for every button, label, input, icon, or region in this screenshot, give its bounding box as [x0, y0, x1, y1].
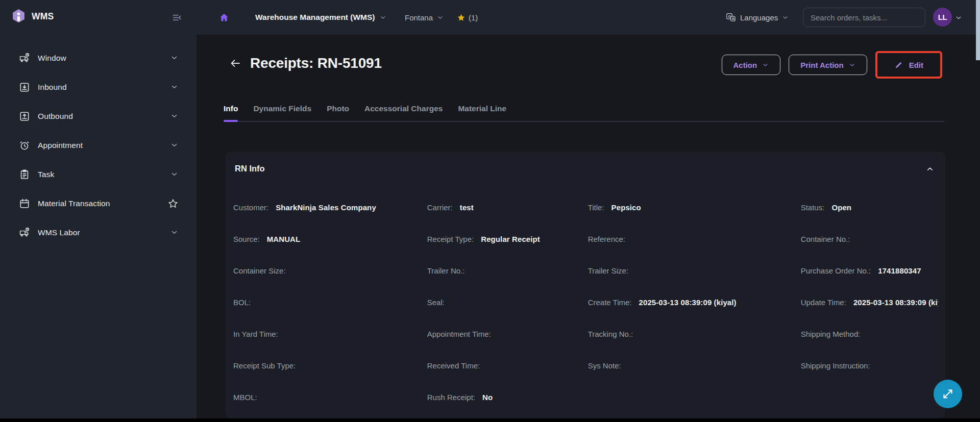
sidebar: Window Inbound Outbound Appointment Task… — [0, 35, 197, 422]
chevron-down-icon[interactable] — [170, 83, 178, 91]
expand-icon — [942, 388, 954, 400]
svg-text:A: A — [732, 16, 735, 21]
rn-info-card: RN Info Customer: SharkNinja Sales Compa… — [226, 152, 945, 418]
site-label: Fontana — [405, 13, 433, 22]
workspace-label: Warehouse Management (WMS) — [255, 13, 375, 22]
scrollbar-thumb[interactable] — [976, 0, 980, 60]
outbound-icon — [19, 111, 30, 122]
inbound-icon — [19, 82, 30, 93]
translate-icon: GA — [726, 12, 736, 22]
field-create-time: Create Time: 2025-03-13 08:39:09 (kiyal) — [588, 286, 801, 318]
card-header: RN Info — [226, 152, 945, 173]
field-trailer-no: Trailer No.: — [427, 255, 588, 286]
field-seal: Seal: — [427, 286, 588, 318]
favorite-star-icon — [457, 13, 465, 22]
favorites-count: (1) — [469, 13, 478, 22]
tab-dynamic-fields[interactable]: Dynamic Fields — [253, 104, 311, 121]
languages-selector[interactable]: GA Languages — [726, 0, 789, 35]
wms-logo-icon — [11, 8, 26, 25]
favorite-star-icon[interactable] — [168, 198, 178, 209]
site-selector[interactable]: Fontana — [405, 0, 444, 35]
edit-button-label: Edit — [909, 61, 923, 69]
field-source: Source: MANUAL — [233, 223, 427, 255]
sidebar-item-outbound[interactable]: Outbound — [0, 102, 197, 131]
field-shipping-method: Shipping Method: — [801, 318, 938, 350]
field-container-no: Container No.: — [801, 223, 938, 255]
field-sys-note: Sys Note: — [588, 350, 801, 381]
print-action-button-label: Print Action — [800, 61, 843, 69]
favorites[interactable]: (1) — [457, 0, 478, 35]
collapse-card-icon[interactable] — [926, 165, 934, 173]
chevron-down-icon — [849, 62, 855, 68]
alarm-clock-icon — [19, 140, 30, 151]
sidebar-item-wms-labor[interactable]: WMS Labor — [0, 218, 197, 247]
truck-clock-icon — [19, 53, 30, 64]
field-in-yard-time: In Yard Time: — [233, 318, 427, 350]
chevron-down-icon — [380, 14, 386, 21]
clipboard-icon — [19, 169, 30, 180]
chevron-down-icon[interactable] — [170, 170, 178, 178]
print-action-button[interactable]: Print Action — [789, 55, 867, 75]
field-update-time: Update Time: 2025-03-13 08:39:09 (kiyal) — [801, 286, 938, 318]
page-header: Receipts: RN-51091 — [229, 55, 382, 71]
field-appointment-time: Appointment Time: — [427, 318, 588, 350]
app-logo-text: WMS — [32, 11, 54, 22]
field-customer: Customer: SharkNinja Sales Company — [233, 191, 427, 223]
chevron-down-icon[interactable] — [170, 112, 178, 120]
chevron-down-icon — [762, 62, 769, 68]
bottom-strip — [0, 418, 980, 422]
chevron-down-icon[interactable] — [170, 54, 178, 62]
field-grid: Customer: SharkNinja Sales Company Carri… — [226, 191, 945, 413]
field-purchase-order-no: Purchase Order No.: 1741880347 — [801, 255, 938, 286]
sidebar-item-material-transaction[interactable]: Material Transaction — [0, 189, 197, 218]
main-content: Receipts: RN-51091 Action Print Action E… — [197, 35, 980, 422]
card-title: RN Info — [235, 164, 265, 173]
field-rush-receipt: Rush Receipt: No — [427, 381, 588, 413]
field-container-size: Container Size: — [233, 255, 427, 286]
tab-material-line[interactable]: Material Line — [458, 104, 506, 121]
home-icon[interactable] — [219, 12, 229, 22]
field-receipt-sub-type: Receipt Sub Type: — [233, 350, 427, 381]
sidebar-item-appointment[interactable]: Appointment — [0, 131, 197, 160]
tab-info[interactable]: Info — [224, 104, 238, 121]
search-input[interactable] — [803, 8, 925, 27]
app-logo: WMS — [11, 8, 54, 25]
page-title: Receipts: RN-51091 — [250, 55, 382, 71]
page-actions: Action Print Action Edit — [722, 51, 942, 79]
sidebar-item-task[interactable]: Task — [0, 160, 197, 189]
avatar[interactable]: LL — [933, 8, 952, 27]
back-button[interactable] — [229, 57, 241, 69]
chevron-down-icon[interactable] — [955, 14, 962, 21]
edit-button[interactable]: Edit — [879, 55, 939, 75]
sidebar-item-window[interactable]: Window — [0, 43, 197, 72]
calendar-icon — [19, 198, 30, 209]
action-button[interactable]: Action — [722, 55, 781, 75]
sidebar-item-inbound[interactable]: Inbound — [0, 72, 197, 102]
tab-accessorial-charges[interactable]: Accessorial Charges — [364, 104, 443, 121]
chevron-down-icon — [437, 14, 444, 21]
tab-bar: InfoDynamic FieldsPhotoAccessorial Charg… — [224, 104, 944, 122]
edit-highlight-box: Edit — [875, 51, 942, 79]
languages-label: Languages — [740, 13, 778, 22]
workspace-selector[interactable]: Warehouse Management (WMS) — [255, 0, 386, 35]
topbar: WMS Warehouse Management (WMS) Fontana (… — [0, 0, 980, 35]
field-shipping-instruction: Shipping Instruction: — [801, 350, 938, 381]
chevron-down-icon[interactable] — [170, 229, 178, 236]
field-receipt-type: Receipt Type: Regular Receipt — [427, 223, 588, 255]
pencil-icon — [894, 61, 903, 69]
field-trailer-size: Trailer Size: — [588, 255, 801, 286]
field-tracking-no: Tracking No.: — [588, 318, 801, 350]
truck-clock-icon — [19, 227, 30, 238]
chevron-down-icon[interactable] — [170, 141, 178, 149]
chevron-down-icon — [782, 14, 789, 21]
sidebar-collapse-icon[interactable] — [172, 13, 182, 22]
field-status: Status: Open — [801, 191, 938, 223]
field-reference: Reference: — [588, 223, 801, 255]
field-mbol: MBOL: — [233, 381, 427, 413]
expand-fab[interactable] — [934, 380, 962, 408]
field-title: Title: Pepsico — [588, 191, 801, 223]
tab-photo[interactable]: Photo — [327, 104, 349, 121]
field-received-time: Received Time: — [427, 350, 588, 381]
field-carrier: Carrier: test — [427, 191, 588, 223]
action-button-label: Action — [733, 61, 757, 69]
